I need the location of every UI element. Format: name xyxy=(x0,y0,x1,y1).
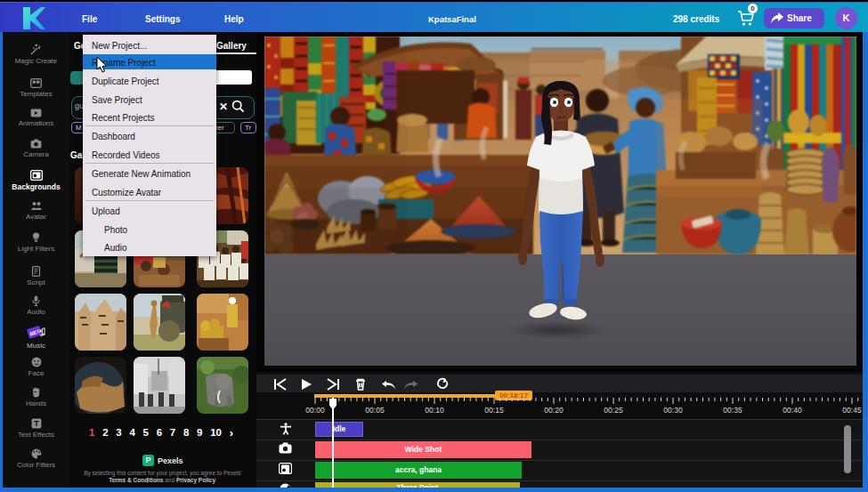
svg-text:00:00: 00:00 xyxy=(305,406,325,415)
svg-text:00:45: 00:45 xyxy=(842,406,862,415)
svg-text:00:20: 00:20 xyxy=(544,406,564,415)
svg-text:00:35: 00:35 xyxy=(723,406,742,415)
svg-text:00:15: 00:15 xyxy=(484,406,504,415)
svg-text:00:40: 00:40 xyxy=(783,406,802,415)
svg-text:00:25: 00:25 xyxy=(604,406,623,415)
svg-text:00:10: 00:10 xyxy=(425,406,444,415)
svg-text:00:30: 00:30 xyxy=(663,406,683,415)
svg-text:00:05: 00:05 xyxy=(365,406,385,415)
